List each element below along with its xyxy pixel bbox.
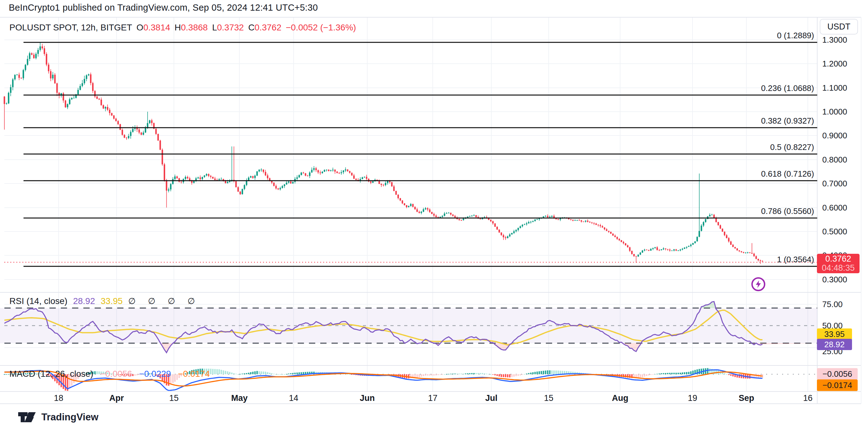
- rsi-legend[interactable]: RSI (14, close) 28.92 33.95 ∅ ∅ ∅ ∅: [9, 296, 200, 306]
- price-tick-label: 0.7000: [822, 179, 847, 189]
- macd-hist-value: −0.0056: [100, 369, 132, 379]
- close-value: 0.3762: [254, 23, 281, 32]
- fib-level-label: 1 (0.3564): [777, 255, 814, 264]
- tradingview-logo[interactable]: TradingView: [18, 410, 98, 424]
- price-tick-label: 0.8000: [822, 155, 847, 165]
- chart-canvas[interactable]: [0, 0, 868, 426]
- time-tick-label: Jul: [485, 393, 497, 403]
- time-tick-label: 15: [169, 393, 179, 403]
- tradingview-chart-page: BeInCrypto1 published on TradingView.com…: [0, 0, 868, 426]
- rsi-title[interactable]: RSI (14, close): [9, 296, 67, 306]
- macd-hist-badge: −0.0056: [817, 368, 858, 380]
- rsi-badge: 28.92: [817, 339, 852, 350]
- rsi-scale-label: 75.00: [822, 300, 843, 309]
- macd-title[interactable]: MACD (12, 26, close): [9, 369, 93, 379]
- time-tick-label: 14: [289, 393, 298, 403]
- time-tick-label: Apr: [110, 393, 124, 403]
- macd-signal-badge: −0.0174: [817, 379, 858, 391]
- rsi-ma-value: 33.95: [101, 296, 123, 306]
- price-tick-label: 0.9000: [822, 131, 847, 141]
- time-tick-label: 17: [428, 393, 437, 403]
- time-tick-label: 16: [803, 393, 812, 403]
- open-label: O: [136, 23, 144, 32]
- time-tick-label: 19: [688, 393, 697, 403]
- macd-line-value: −0.0229: [139, 369, 171, 379]
- price-tick-label: 1.1000: [822, 83, 847, 93]
- low-label: L: [212, 23, 217, 32]
- rsi-ma-badge: 33.95: [817, 329, 852, 340]
- tradingview-logo-icon: [18, 410, 37, 424]
- symbol-legend[interactable]: POLUSDT SPOT, 12h, BITGET O0.3814 H0.386…: [9, 23, 356, 33]
- fib-level-label: 0.618 (0.7126): [761, 169, 814, 179]
- time-tick-label: May: [231, 393, 248, 403]
- rsi-empty-plots: ∅ ∅ ∅ ∅: [128, 296, 200, 306]
- attribution-header: BeInCrypto1 published on TradingView.com…: [9, 2, 318, 13]
- tradingview-logo-text: TradingView: [41, 411, 98, 423]
- fib-level-label: 0.786 (0.5560): [761, 206, 814, 216]
- price-tick-label: 1.0000: [822, 107, 847, 117]
- fib-level-label: 0.382 (0.9327): [761, 116, 814, 126]
- boost-button[interactable]: [751, 277, 766, 292]
- price-tick-label: 1.2000: [822, 59, 847, 69]
- time-tick-label: Jun: [360, 393, 375, 403]
- price-tick-label: 0.5000: [822, 227, 847, 236]
- symbol-title[interactable]: POLUSDT SPOT, 12h, BITGET: [9, 23, 132, 33]
- time-tick-label: Sep: [739, 393, 754, 403]
- macd-signal-value: −0.0174: [178, 369, 210, 379]
- fib-level-label: 0.5 (0.8227): [770, 142, 814, 152]
- high-value: 0.3868: [181, 23, 208, 32]
- rsi-value: 28.92: [73, 296, 95, 306]
- fib-level-label: 0.236 (1.0688): [761, 83, 814, 93]
- open-value: 0.3814: [143, 23, 170, 32]
- bar-countdown: 04:48:35: [822, 263, 855, 273]
- time-tick-label: 18: [54, 393, 63, 403]
- low-value: 0.3732: [217, 23, 244, 32]
- price-tick-label: 1.3000: [822, 35, 847, 45]
- currency-toggle-button[interactable]: USDT: [820, 19, 858, 34]
- time-tick-label: 15: [544, 393, 553, 403]
- high-label: H: [175, 23, 181, 32]
- price-tick-label: 0.6000: [822, 203, 847, 213]
- last-price-badge: 0.3762 04:48:35: [817, 254, 860, 273]
- lightning-icon: [751, 277, 766, 292]
- time-tick-label: Aug: [612, 393, 628, 403]
- fib-level-label: 0 (1.2889): [777, 31, 814, 40]
- macd-legend[interactable]: MACD (12, 26, close) −0.0056 −0.0229 −0.…: [9, 369, 210, 379]
- last-price-value: 0.3762: [826, 254, 851, 263]
- price-tick-label: 0.3000: [822, 275, 847, 285]
- change-value: −0.0052 (−1.36%): [286, 23, 356, 33]
- close-label: C: [248, 23, 254, 32]
